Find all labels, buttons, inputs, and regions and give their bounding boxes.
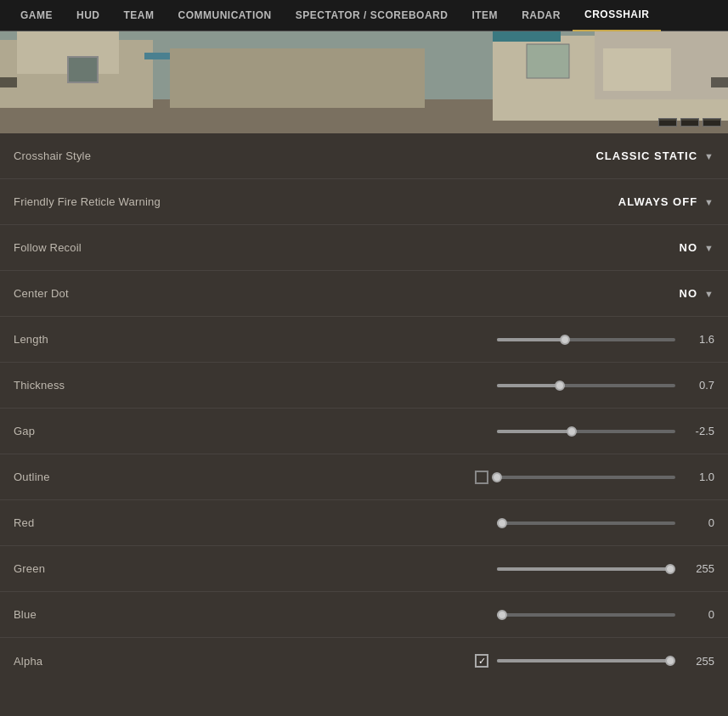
setting-label-friendly-fire: Friendly Fire Reticle Warning [14,195,183,208]
setting-control-gap: -2.5 [497,425,714,437]
dropdown-value-center-dot: NO [680,287,698,300]
svg-rect-9 [527,44,569,78]
setting-label-blue: Blue [14,608,183,621]
svg-rect-7 [170,48,425,108]
slider-track-blue[interactable] [497,613,675,617]
nav-item-radar[interactable]: RADAR [510,0,573,31]
slider-thumb-gap[interactable] [567,426,577,437]
setting-label-alpha: Alpha [14,655,183,668]
slider-thumb-blue[interactable] [497,610,507,620]
setting-label-red: Red [14,516,183,529]
dropdown-center-dot[interactable]: NO▼ [680,287,714,300]
setting-label-crosshair-style: Crosshair Style [14,149,183,162]
setting-control-green: 255 [497,562,714,575]
slider-container-outline: 1.0 [497,471,714,483]
setting-control-crosshair-style: CLASSIC STATIC▼ [595,149,714,162]
setting-row-crosshair-style: Crosshair StyleCLASSIC STATIC▼ [0,133,728,179]
slider-value-outline: 1.0 [684,471,714,483]
chevron-down-icon-center-dot: ▼ [704,289,714,299]
slider-value-red: 0 [684,516,714,529]
slider-fill-thickness [497,384,560,387]
setting-row-green: Green255 [0,546,728,592]
setting-row-friendly-fire: Friendly Fire Reticle WarningALWAYS OFF▼ [0,179,728,225]
setting-label-thickness: Thickness [14,379,183,392]
slider-value-gap: -2.5 [684,425,714,437]
setting-control-blue: 0 [497,608,714,621]
setting-row-center-dot: Center DotNO▼ [0,271,728,317]
preview-image [0,31,728,133]
setting-row-outline: Outline1.0 [0,454,728,500]
slider-track-length[interactable] [497,338,675,341]
crosshair-preview [0,31,728,133]
setting-row-follow-recoil: Follow RecoilNO▼ [0,225,728,271]
dropdown-follow-recoil[interactable]: NO▼ [680,241,714,254]
setting-label-length: Length [14,333,183,346]
slider-thumb-red[interactable] [497,518,507,528]
slider-value-green: 255 [684,562,714,575]
svg-rect-11 [603,48,671,91]
slider-container-thickness: 0.7 [497,379,714,392]
setting-row-length: Length1.6 [0,317,728,363]
nav-item-crosshair[interactable]: CROSSHAIR [573,0,662,31]
nav-item-game[interactable]: GAME [8,0,65,31]
top-nav: GAMEHUDTEAMCOMMUNICATIONSPECTATOR / SCOR… [0,0,728,31]
setting-control-outline: 1.0 [475,471,714,484]
slider-value-blue: 0 [684,608,714,621]
checkmark-icon-alpha: ✓ [478,656,486,667]
setting-control-center-dot: NO▼ [680,287,714,300]
nav-item-spectator-scoreboard[interactable]: SPECTATOR / SCOREBOARD [284,0,460,31]
setting-control-length: 1.6 [497,333,714,346]
setting-label-outline: Outline [14,471,183,483]
setting-control-thickness: 0.7 [497,379,714,392]
svg-rect-12 [493,31,561,42]
slider-fill-length [497,338,565,341]
slider-container-length: 1.6 [497,333,714,346]
setting-row-alpha: Alpha✓255 [0,638,728,684]
next-button[interactable] [711,77,728,87]
checkbox-outline[interactable] [475,471,488,484]
slider-fill-green [497,567,670,571]
nav-item-communication[interactable]: COMMUNICATION [166,0,284,31]
slider-thumb-length[interactable] [560,335,570,345]
action-bar [658,118,721,127]
setting-label-follow-recoil: Follow Recoil [14,241,183,254]
chevron-down-icon-crosshair-style: ▼ [704,151,714,161]
setting-control-follow-recoil: NO▼ [680,241,714,254]
slider-track-alpha[interactable] [497,659,675,662]
reset-button[interactable] [703,118,721,127]
chevron-down-icon-friendly-fire: ▼ [704,197,714,207]
slider-track-gap[interactable] [497,430,675,433]
slider-container-red: 0 [497,516,714,529]
setting-control-red: 0 [497,516,714,529]
share-import-button[interactable] [658,118,677,127]
slider-container-alpha: 255 [497,655,714,668]
undo-changes-button[interactable] [680,118,699,127]
slider-track-thickness[interactable] [497,384,675,387]
nav-item-hud[interactable]: HUD [65,0,112,31]
dropdown-value-follow-recoil: NO [680,241,698,254]
slider-thumb-alpha[interactable] [665,656,675,666]
checkbox-alpha[interactable]: ✓ [475,654,488,668]
setting-label-gap: Gap [14,425,183,437]
slider-thumb-green[interactable] [665,564,675,574]
slider-track-red[interactable] [497,521,675,525]
slider-container-blue: 0 [497,608,714,621]
slider-container-gap: -2.5 [497,425,714,437]
setting-row-gap: Gap-2.5 [0,409,728,454]
setting-row-red: Red0 [0,500,728,546]
slider-thumb-thickness[interactable] [555,381,565,391]
svg-rect-4 [68,57,98,82]
chevron-down-icon-follow-recoil: ▼ [704,243,714,253]
dropdown-crosshair-style[interactable]: CLASSIC STATIC▼ [595,149,714,162]
nav-item-item[interactable]: ITEM [460,0,510,31]
slider-fill-gap [497,430,572,433]
slider-track-outline[interactable] [497,476,675,479]
prev-button[interactable] [0,77,17,87]
setting-label-center-dot: Center Dot [14,287,183,300]
slider-track-green[interactable] [497,567,675,571]
nav-item-team[interactable]: TEAM [112,0,166,31]
setting-label-green: Green [14,562,183,575]
dropdown-value-friendly-fire: ALWAYS OFF [618,195,697,208]
slider-thumb-outline[interactable] [492,472,502,482]
dropdown-friendly-fire[interactable]: ALWAYS OFF▼ [618,195,714,208]
